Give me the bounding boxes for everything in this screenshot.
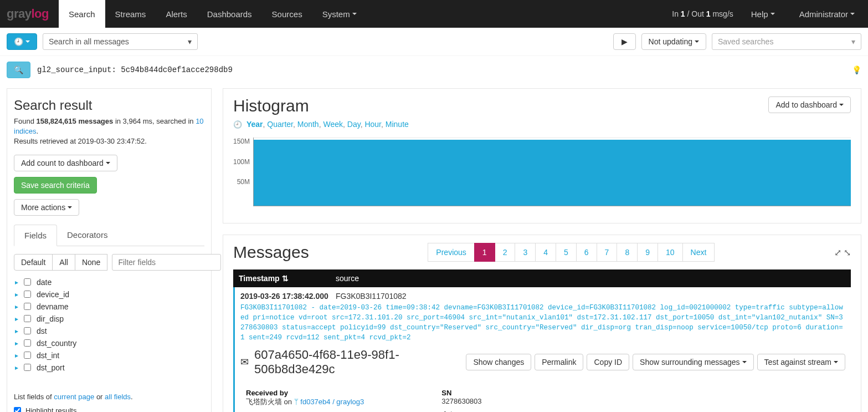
field-checkbox[interactable] [24, 291, 31, 298]
field-checkbox[interactable] [24, 339, 31, 347]
chevron-down-icon [25, 40, 30, 43]
field-checkbox[interactable] [24, 327, 31, 334]
play-button[interactable]: ▶ [613, 33, 636, 50]
search-result-title: Search result [14, 98, 204, 113]
show-changes-button[interactable]: Show changes [466, 354, 531, 370]
page-2[interactable]: 2 [495, 243, 516, 262]
permalink-button[interactable]: Permalink [535, 354, 583, 370]
update-mode-button[interactable]: Not updating [641, 33, 706, 50]
page-1[interactable]: 1 [474, 243, 495, 262]
gran-day[interactable]: Day [347, 120, 361, 129]
field-checkbox[interactable] [24, 278, 31, 286]
nav-streams[interactable]: Streams [105, 0, 156, 28]
throughput-indicator: In 1 / Out 1 msg/s [672, 9, 733, 18]
gran-week[interactable]: Week [323, 120, 343, 129]
caret-right-icon: ▸ [15, 278, 18, 286]
all-fields-link[interactable]: all fields [105, 393, 131, 401]
more-actions-button[interactable]: More actions [14, 199, 79, 216]
message-detail-grid: Received by 飞塔防火墙 on ᛘ fd037eb4 / graylo… [240, 384, 845, 413]
nav-alerts[interactable]: Alerts [156, 0, 197, 28]
chevron-down-icon: ▾ [851, 37, 855, 46]
add-count-dashboard-button[interactable]: Add count to dashboard [14, 155, 117, 171]
gran-year[interactable]: Year [246, 120, 263, 129]
current-page-link[interactable]: current page [54, 393, 94, 401]
lightbulb-icon[interactable]: 💡 [852, 65, 861, 74]
range-select[interactable]: Search in all messages ▾ [43, 33, 198, 50]
show-surrounding-button[interactable]: Show surrounding messages [633, 354, 754, 370]
highlight-results-label: Highlight results [25, 406, 77, 412]
saved-searches-select[interactable]: Saved searches ▾ [712, 33, 861, 50]
brand-logo[interactable]: graylog [7, 7, 59, 21]
fields-default-button[interactable]: Default [14, 254, 53, 271]
nav-system[interactable]: System [312, 0, 367, 28]
nav-sources[interactable]: Sources [262, 0, 312, 28]
field-item[interactable]: ▸dst [14, 325, 198, 337]
page-7[interactable]: 7 [597, 243, 618, 262]
collapse-icon[interactable]: ⤡ [844, 247, 851, 258]
test-against-stream-button[interactable]: Test against stream [757, 354, 845, 370]
chevron-down-icon [695, 40, 699, 43]
page-8[interactable]: 8 [617, 243, 638, 262]
field-item[interactable]: ▸dst_int [14, 349, 198, 362]
time-range-button[interactable]: 🕘 [7, 33, 37, 50]
chevron-down-icon [850, 13, 855, 15]
field-item[interactable]: ▸dst_country [14, 337, 198, 349]
field-checkbox[interactable] [24, 352, 31, 359]
page-next[interactable]: Next [682, 243, 715, 262]
tab-fields[interactable]: Fields [14, 225, 57, 246]
gran-minute[interactable]: Minute [386, 120, 409, 129]
save-search-criteria-button[interactable]: Save search criteria [14, 177, 97, 194]
page-10[interactable]: 10 [658, 243, 683, 262]
page-3[interactable]: 3 [515, 243, 536, 262]
received-by-link[interactable]: fd037eb4 / graylog3 [300, 398, 364, 406]
field-checkbox[interactable] [24, 364, 31, 371]
histogram-panel: Histogram 🕘 Year, Quarter, Month, Week, … [223, 88, 861, 223]
field-item[interactable]: ▸dst_port [14, 362, 198, 374]
histogram-title: Histogram [233, 96, 409, 115]
field-item[interactable]: ▸dir_disp [14, 313, 198, 325]
gran-hour[interactable]: Hour [364, 120, 381, 129]
filter-fields-input[interactable] [112, 254, 221, 271]
copy-id-button[interactable]: Copy ID [587, 354, 629, 370]
field-checkbox[interactable] [24, 315, 31, 322]
fields-all-button[interactable]: All [52, 254, 75, 271]
page-prev[interactable]: Previous [428, 243, 474, 262]
sn-value: 3278630803 [441, 397, 481, 405]
field-checkbox[interactable] [24, 303, 31, 310]
message-id: ✉ 607a4650-4f68-11e9-98f1-506b8d3e429c [240, 348, 466, 377]
messages-table-header: Timestamp ⇅ source [233, 269, 851, 287]
gran-month[interactable]: Month [297, 120, 319, 129]
page-4[interactable]: 4 [535, 243, 556, 262]
fields-none-button[interactable]: None [75, 254, 107, 271]
histogram-chart[interactable]: 150M 100M 50M [233, 138, 851, 206]
field-label: dst_country [37, 339, 76, 348]
caret-right-icon: ▸ [15, 364, 18, 372]
run-search-button[interactable]: 🔍 [7, 62, 30, 78]
field-item[interactable]: ▸devname [14, 301, 198, 313]
search-icon: 🔍 [14, 65, 23, 74]
chevron-down-icon: ▾ [188, 37, 192, 46]
query-input[interactable]: gl2_source_input: 5c94b844dc0ef1acce298d… [37, 65, 233, 74]
add-to-dashboard-button[interactable]: Add to dashboard [768, 96, 851, 113]
nav-user[interactable]: Administrator [793, 9, 861, 19]
nav-dashboards[interactable]: Dashboards [197, 0, 262, 28]
sn-label: SN [441, 389, 481, 397]
tab-decorators[interactable]: Decorators [57, 225, 117, 246]
expand-icon[interactable]: ⤢ [834, 247, 841, 258]
caret-right-icon: ▸ [15, 315, 18, 323]
field-item[interactable]: ▸date [14, 276, 198, 288]
page-6[interactable]: 6 [576, 243, 597, 262]
nav-help[interactable]: Help [744, 9, 782, 19]
message-row[interactable]: 2019-03-26 17:38:42.000 FG3K0B3I11701082… [233, 287, 851, 412]
nav-search[interactable]: Search [59, 0, 105, 28]
field-item[interactable]: ▸device_id [14, 288, 198, 301]
page-5[interactable]: 5 [556, 243, 577, 262]
clock-icon: 🕘 [14, 37, 23, 46]
highlight-results-checkbox[interactable] [14, 407, 21, 412]
caret-right-icon: ▸ [15, 327, 18, 335]
page-9[interactable]: 9 [637, 243, 658, 262]
field-list[interactable]: ▸date ▸device_id ▸devname ▸dir_disp ▸dst… [14, 276, 204, 385]
col-source[interactable]: source [336, 274, 359, 283]
gran-quarter[interactable]: Quarter [267, 120, 293, 129]
col-timestamp[interactable]: Timestamp ⇅ [239, 274, 336, 283]
